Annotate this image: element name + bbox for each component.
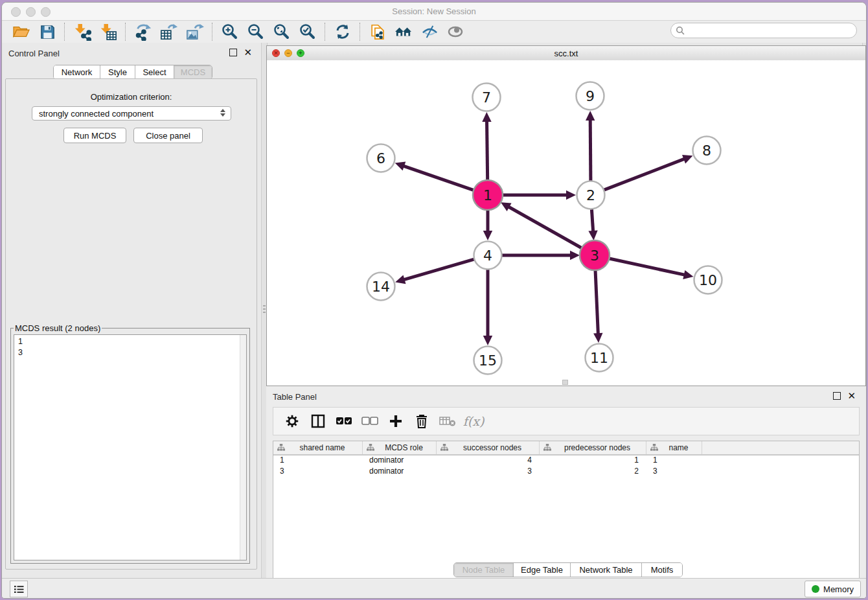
close-panel-icon[interactable]: ✕ (244, 49, 252, 56)
cell-name[interactable]: 3 (646, 467, 702, 478)
status-bar: Memory (2, 578, 866, 598)
unselect-all-icon[interactable] (360, 411, 380, 431)
mcds-result-textarea[interactable]: 1 3 (14, 334, 247, 560)
session-title: Session: New Session (2, 6, 866, 16)
export-image-icon[interactable] (182, 22, 208, 41)
mcds-result-values: 1 3 (18, 336, 23, 358)
table-toolbar: f(x) (273, 407, 860, 435)
column-header-predecessor-nodes[interactable]: predecessor nodes (540, 441, 646, 454)
edge-1-7[interactable] (487, 121, 488, 181)
search-input[interactable] (670, 23, 857, 38)
import-table-icon[interactable] (95, 22, 121, 41)
tab-network[interactable]: Network (54, 65, 100, 79)
edge-arrowhead-1-7 (482, 112, 491, 122)
edge-2-3[interactable] (591, 209, 593, 232)
network-graph-svg: 7968124314101511 (267, 60, 865, 386)
edge-2-9[interactable] (590, 119, 591, 181)
edge-4-14[interactable] (404, 259, 474, 280)
cell-predecessor-nodes[interactable]: 2 (540, 467, 646, 478)
edge-2-8[interactable] (604, 159, 685, 190)
edge-1-6[interactable] (403, 166, 474, 190)
close-panel-button[interactable]: Close panel (133, 128, 203, 143)
zoom-in-icon[interactable] (217, 22, 243, 41)
table-settings-icon[interactable] (282, 411, 302, 431)
table-body: 1dominator4113dominator323 (273, 456, 859, 478)
edge-arrowhead-3-11 (593, 333, 602, 343)
mcds-panel: Optimization criterion: strongly connect… (5, 78, 257, 570)
delete-row-icon[interactable] (412, 411, 431, 431)
tab-style[interactable]: Style (100, 65, 135, 79)
zoom-out-icon[interactable] (243, 22, 269, 41)
memory-button[interactable]: Memory (805, 581, 861, 597)
column-header-mcds-role[interactable]: MCDS role (363, 441, 437, 454)
graph-node-7[interactable]: 7 (473, 84, 501, 111)
apply-function-icon[interactable]: f(x) (464, 411, 483, 431)
tab-node-table[interactable]: Node Table (454, 563, 514, 577)
table-row[interactable]: 3dominator323 (273, 467, 859, 478)
zoom-selected-icon[interactable] (295, 22, 321, 41)
tab-motifs[interactable]: Motifs (642, 563, 682, 577)
open-file-icon[interactable] (8, 22, 34, 41)
canvas-resize-handle[interactable] (562, 380, 568, 385)
tab-select[interactable]: Select (135, 65, 174, 79)
cell-shared-name[interactable]: 3 (273, 467, 363, 478)
close-table-panel-icon[interactable]: ✕ (847, 393, 856, 399)
float-table-panel-icon[interactable] (833, 392, 841, 400)
graph-node-8[interactable]: 8 (693, 137, 721, 165)
graph-node-14[interactable]: 14 (367, 273, 395, 301)
mcds-result-title: MCDS result (2 nodes) (14, 323, 102, 333)
column-header-name[interactable]: name (646, 441, 702, 454)
add-row-icon[interactable] (386, 411, 405, 431)
table-row[interactable]: 1dominator411 (273, 456, 859, 467)
select-all-icon[interactable] (334, 411, 354, 431)
export-network-icon[interactable] (130, 22, 156, 41)
show-columns-icon[interactable] (308, 411, 328, 431)
table-tabs: Node TableEdge TableNetwork TableMotifs (453, 562, 683, 577)
cell-mcds-role[interactable]: dominator (363, 456, 437, 467)
cell-predecessor-nodes[interactable]: 1 (540, 456, 646, 467)
duplicate-network-icon[interactable] (365, 22, 391, 41)
edge-3-1[interactable] (508, 207, 582, 249)
graph-node-15[interactable]: 15 (474, 347, 502, 375)
graph-node-4[interactable]: 4 (474, 242, 502, 270)
graph-node-6[interactable]: 6 (367, 144, 395, 172)
toggle-hide-selected-icon[interactable] (417, 22, 442, 41)
save-session-icon[interactable] (34, 22, 60, 41)
select-stepper-icon (220, 109, 225, 117)
edge-arrowhead-2-9 (586, 111, 595, 121)
delete-table-icon[interactable] (438, 411, 457, 431)
tab-network-table[interactable]: Network Table (571, 563, 642, 577)
edge-arrowhead-1-6 (395, 162, 406, 171)
refresh-layout-icon[interactable] (330, 22, 356, 41)
tab-mcds[interactable]: MCDS (174, 65, 212, 79)
graph-node-1[interactable]: 1 (473, 180, 503, 210)
criterion-select[interactable]: strongly connected component (32, 106, 231, 121)
node-label-7: 7 (482, 89, 491, 106)
graph-node-10[interactable]: 10 (694, 266, 722, 294)
float-panel-icon[interactable] (229, 49, 237, 56)
graph-node-11[interactable]: 11 (586, 344, 613, 372)
task-history-button[interactable] (10, 581, 28, 597)
home-view-icon[interactable] (391, 22, 417, 41)
edge-3-10[interactable] (609, 259, 685, 275)
graph-node-3[interactable]: 3 (580, 240, 610, 270)
cell-shared-name[interactable]: 1 (273, 456, 363, 467)
cell-successor-nodes[interactable]: 4 (437, 456, 540, 467)
run-mcds-button[interactable]: Run MCDS (63, 128, 126, 143)
column-header-successor-nodes[interactable]: successor nodes (437, 441, 540, 454)
graph-node-9[interactable]: 9 (577, 82, 604, 110)
edge-3-11[interactable] (595, 270, 598, 334)
toggle-visibility-icon[interactable] (442, 22, 468, 41)
graph-node-2[interactable]: 2 (577, 181, 605, 209)
network-canvas[interactable]: 7968124314101511 (267, 60, 865, 386)
cell-mcds-role[interactable]: dominator (363, 467, 437, 478)
export-table-icon[interactable] (156, 22, 182, 41)
import-network-icon[interactable] (69, 22, 95, 41)
column-header-shared-name[interactable]: shared name (273, 441, 363, 454)
optimization-criterion-label: Optimization criterion: (6, 92, 257, 102)
tab-edge-table[interactable]: Edge Table (514, 563, 571, 577)
cell-successor-nodes[interactable]: 3 (437, 467, 540, 478)
zoom-fit-icon[interactable] (269, 22, 295, 41)
cell-name[interactable]: 1 (646, 456, 702, 467)
result-scrollbar[interactable] (240, 335, 246, 560)
